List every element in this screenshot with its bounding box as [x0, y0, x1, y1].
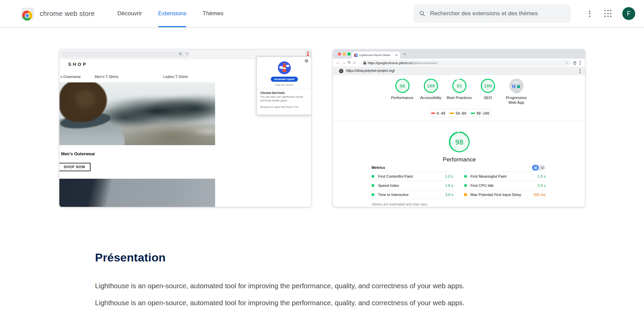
- popup-settings-gear-icon: ⚙: [304, 59, 308, 63]
- bookmark-star-icon: ☆: [186, 52, 189, 56]
- chrome-web-store-logo-icon: [22, 8, 34, 19]
- category-scores-row: 98 Performance 100 Accessibility 93 Best…: [333, 79, 585, 105]
- back-icon: ←: [336, 60, 340, 65]
- score-ring: 100: [424, 79, 438, 93]
- devtools-title: Chrome DevTools: [260, 91, 285, 95]
- gauge-label: Performance: [443, 156, 476, 163]
- shop-nav-mens-tshirts: Men's T-Shirts: [95, 75, 118, 79]
- pass-dot-icon: [464, 175, 467, 178]
- toggle-dense-view: [532, 165, 539, 171]
- legend-pass: 90-100: [471, 111, 489, 115]
- tab-close-icon: ✕: [395, 54, 398, 57]
- report-menu-icon: [580, 69, 581, 73]
- shop-section-title: Men's Outerwear: [61, 152, 95, 156]
- pass-dot-icon: [372, 184, 374, 187]
- metrics-table: Metrics First Contentful Paint1.0 s Firs…: [371, 163, 546, 206]
- overview-title: Présentation: [95, 251, 166, 264]
- page-info-icon: ⊙: [179, 52, 182, 56]
- legend-fail: 0-49: [431, 111, 445, 115]
- chrome-web-store-brand[interactable]: chrome web store: [22, 0, 95, 27]
- metrics-footnote: Values are estimated and may vary.: [371, 202, 546, 206]
- nav-item-extensions[interactable]: Extensions: [158, 0, 186, 27]
- score-performance: 98 Performance: [389, 79, 416, 105]
- pass-dot-icon: [372, 175, 374, 178]
- nav-item-themes[interactable]: Thèmes: [203, 0, 223, 27]
- metrics-row: Time to Interactive3.0 s Max Potential F…: [371, 190, 546, 199]
- average-square-icon: [464, 193, 467, 196]
- section-divider: [333, 121, 585, 121]
- lock-icon: [363, 61, 366, 64]
- viewer-url-bar: https://shop.polymer-project.org/: [333, 67, 585, 75]
- account-avatar[interactable]: F: [622, 7, 635, 20]
- shop-favicon: [339, 69, 343, 73]
- score-best-practices: 93 Best Practices: [446, 79, 473, 105]
- pass-dot-icon: [464, 184, 467, 187]
- metrics-title: Metrics: [372, 165, 385, 170]
- browser-toolbar: ← → ↻ ⌂ https://googlechrome.github.io/l…: [333, 59, 585, 67]
- omnibox: ⊙ ☆: [61, 51, 190, 57]
- shop-nav-ladies-tshirts: Ladies T-Shirts: [163, 75, 188, 79]
- metrics-row: Speed Index1.6 s First CPU Idle2.4 s: [371, 181, 546, 190]
- hero-person: [59, 82, 129, 145]
- profile-avatar-icon: [572, 61, 577, 65]
- devtools-shortcut: Shortcut to open DevTools: F12: [260, 105, 298, 109]
- browser-tab-strip: Lighthouse Report Viewer ✕ +: [333, 50, 585, 59]
- pwa-badge-icon: PWA: [509, 79, 524, 93]
- devtools-body: You can also run Lighthouse via the DevT…: [260, 95, 308, 103]
- lighthouse-viewer-favicon: [354, 54, 358, 57]
- search-bar[interactable]: [414, 4, 571, 23]
- brand-title: chrome web store: [40, 10, 95, 18]
- metrics-view-toggle: [532, 165, 546, 171]
- reload-icon: ↻: [347, 60, 351, 65]
- bookmark-star-icon: ☆: [565, 61, 568, 65]
- toggle-list-view: [539, 165, 546, 171]
- score-ring: 93: [452, 79, 467, 93]
- home-icon: ⌂: [353, 60, 356, 65]
- performance-gauge-section: 98 Performance: [333, 132, 585, 163]
- popup-divider: [257, 89, 311, 89]
- lighthouse-extension-icon: [305, 51, 311, 57]
- chrome-logo-icon: [22, 11, 32, 21]
- score-seo: 100 SEO: [474, 79, 501, 105]
- shop-now-button: SHOP NOW: [59, 163, 91, 171]
- search-icon: [419, 10, 425, 17]
- screenshot-lighthouse-report: Lighthouse Report Viewer ✕ + ← → ↻ ⌂ htt…: [333, 49, 585, 207]
- window-minimize-light: [343, 53, 346, 56]
- window-close-light: [338, 53, 341, 56]
- psi-api-note: Uses the PSI API: [257, 84, 311, 86]
- shop-hero-photo: [59, 82, 215, 145]
- score-legend: 0-49 50-89 90-100: [429, 109, 492, 117]
- metrics-row: First Contentful Paint1.0 s First Meanin…: [371, 172, 546, 181]
- score-pwa: PWA ProgressiveWeb App: [503, 79, 530, 105]
- generate-report-button: Generate report: [271, 77, 298, 82]
- overflow-menu-icon[interactable]: [587, 9, 592, 18]
- overview-paragraph: Lighthouse is an open-source, automated …: [95, 299, 465, 307]
- score-ring: 100: [481, 79, 495, 93]
- shop-logo: SHOP: [68, 62, 88, 67]
- url-text: https://googlechrome.github.io/lighthous…: [368, 61, 438, 65]
- google-apps-grid-icon[interactable]: [604, 10, 612, 17]
- omnibox: https://googlechrome.github.io/lighthous…: [361, 60, 571, 66]
- app-header: chrome web store Découvrir Extensions Th…: [0, 0, 644, 27]
- score-ring: 98: [395, 79, 410, 93]
- pass-dot-icon: [372, 193, 374, 196]
- tab-title: Lighthouse Report Viewer: [359, 54, 393, 57]
- screenshot-shop-site: ⊙ ☆ SHOP s Outerwear Men's T-Shirts Ladi…: [59, 49, 311, 207]
- nav-item-discover[interactable]: Découvrir: [117, 0, 142, 27]
- shop-nav-outerwear: s Outerwear: [60, 75, 81, 79]
- audited-url: https://shop.polymer-project.org/: [346, 69, 395, 73]
- browser-tab: Lighthouse Report Viewer ✕: [352, 52, 400, 59]
- lighthouse-logo: [278, 61, 291, 74]
- shop-bottom-photo: [59, 179, 215, 207]
- search-input[interactable]: [430, 10, 566, 17]
- score-accessibility: 100 Accessibility: [417, 79, 444, 105]
- window-zoom-light: [347, 53, 351, 56]
- performance-gauge: 98: [449, 132, 470, 152]
- overview-paragraph: Lighthouse is an open-source, automated …: [95, 282, 465, 290]
- browser-menu-icon: [580, 61, 581, 65]
- new-tab-icon: +: [403, 52, 406, 57]
- forward-icon: →: [342, 60, 346, 65]
- lighthouse-extension-popup: ⚙ Generate report Uses the PSI API Chrom…: [257, 57, 311, 115]
- legend-average: 50-89: [450, 111, 466, 115]
